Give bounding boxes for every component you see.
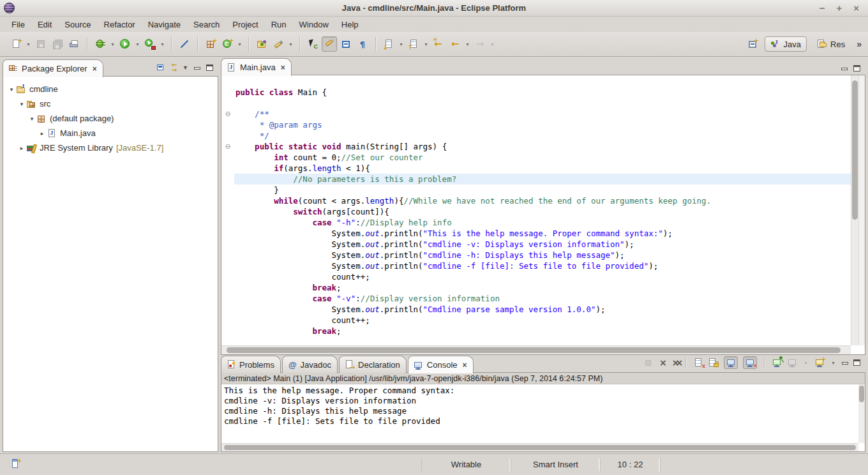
remove-all-terminated-button[interactable]: ×× (672, 358, 678, 367)
open-perspective-button[interactable]: + (745, 36, 760, 52)
tab-declaration[interactable]: → Declaration (339, 356, 407, 373)
back-dropdown[interactable]: ▾ (464, 41, 471, 47)
run-external-tools-button[interactable] (142, 36, 158, 52)
code-editor[interactable]: public class Main {⊖ /** * @param args *… (221, 75, 851, 345)
code-line[interactable] (221, 98, 851, 109)
menu-navigate[interactable]: Navigate (142, 19, 187, 31)
new-java-class-button[interactable]: C+ (220, 36, 235, 52)
mark-occurrences-button[interactable] (322, 36, 337, 52)
tree-item-main-java[interactable]: ▸ J Main.java (3, 126, 218, 140)
menu-project[interactable]: Project (226, 19, 264, 31)
code-line[interactable]: ⊖ public static void main(String[] args)… (221, 141, 851, 152)
run-button[interactable] (117, 36, 133, 52)
expander-icon[interactable]: ▸ (17, 145, 26, 151)
code-line[interactable]: System.out.println("This is the help mes… (221, 228, 851, 239)
resource-perspective-button[interactable]: Res (811, 36, 851, 52)
code-line[interactable]: count++; (221, 315, 851, 326)
code-line[interactable]: case "-v"://Display version information (221, 293, 851, 304)
code-line[interactable]: while(count < args.length){//While we ha… (221, 195, 851, 206)
code-line[interactable]: System.out.println("cmdline -v: Displays… (221, 239, 851, 250)
tab-package-explorer[interactable]: Package Explorer × (3, 59, 103, 77)
debug-dropdown[interactable]: ▾ (109, 41, 116, 47)
code-line-highlighted[interactable]: //No parameters is this a problem? (221, 174, 851, 185)
fast-view-button[interactable]: + (11, 459, 22, 469)
minimize-editor-button[interactable] (841, 68, 848, 70)
tree-item-jre-system-library[interactable]: ▸ JRE System Library [JavaSE-1.7] (3, 140, 218, 155)
menu-run[interactable]: Run (265, 19, 293, 31)
minimize-view-button[interactable] (194, 67, 200, 70)
code-line[interactable]: System.out.println("cmdline -h: Displays… (221, 250, 851, 260)
show-console-on-output-button[interactable] (724, 356, 738, 369)
java-perspective-button[interactable]: J Java (765, 36, 807, 52)
clear-console-button[interactable]: x (693, 358, 703, 368)
new-wizard-button[interactable]: + (8, 36, 24, 52)
show-source-of-selected-element-button[interactable] (338, 36, 354, 52)
tab-problems[interactable]: Problems (221, 356, 281, 373)
fold-marker-icon[interactable]: ⊖ (221, 109, 234, 119)
maximize-editor-button[interactable] (853, 65, 860, 72)
next-annotation-button[interactable]: ↓ (381, 36, 396, 52)
new-java-class-dropdown[interactable]: ▾ (236, 41, 243, 47)
console-horizontal-scrollbar[interactable] (221, 443, 858, 451)
console-horizontal-scrollbar-thumb[interactable] (224, 445, 856, 450)
expander-icon[interactable]: ▸ (38, 130, 47, 137)
tab-main-java[interactable]: J Main.java × (221, 58, 292, 76)
tree-item-src[interactable]: ▾ src (3, 96, 218, 111)
expander-icon[interactable]: ▾ (7, 86, 16, 93)
code-line[interactable]: if(args.length < 1){ (221, 163, 851, 174)
close-editor-tab-icon[interactable]: × (280, 63, 285, 72)
menu-source[interactable]: Source (58, 19, 97, 31)
maximize-console-button[interactable] (853, 359, 860, 366)
run-external-tools-dropdown[interactable]: ▾ (159, 41, 166, 47)
search-dropdown[interactable]: ▾ (287, 41, 294, 47)
code-line[interactable]: */ (221, 130, 851, 141)
expander-icon[interactable]: ▾ (17, 101, 26, 107)
new-wizard-dropdown[interactable]: ▾ (25, 41, 32, 47)
run-dropdown[interactable]: ▾ (134, 41, 141, 47)
editor-vertical-scrollbar[interactable] (851, 75, 858, 345)
minimize-console-button[interactable] (842, 362, 848, 365)
collapse-all-button[interactable] (156, 63, 166, 73)
maximize-view-button[interactable] (206, 64, 213, 71)
perspective-overflow-chevron[interactable]: » (855, 39, 862, 49)
open-type-button[interactable] (254, 36, 269, 52)
toggle-breadcrumb-button[interactable]: C (305, 36, 320, 52)
debug-button[interactable] (93, 36, 108, 52)
code-line[interactable]: } (221, 185, 851, 195)
code-line[interactable]: int count = 0;//Set our counter (221, 152, 851, 163)
expander-icon[interactable]: ▾ (27, 116, 36, 122)
link-with-editor-button[interactable]: ←→ (172, 63, 177, 73)
menu-file[interactable]: File (5, 19, 31, 31)
code-line[interactable]: break; (221, 326, 851, 336)
menu-refactor[interactable]: Refactor (98, 19, 142, 31)
skip-all-breakpoints-button[interactable] (177, 36, 192, 52)
view-menu-button[interactable]: ▼ (183, 64, 188, 71)
code-line[interactable]: count++; (221, 271, 851, 282)
back-button[interactable]: ← (447, 36, 463, 52)
code-line[interactable]: ⊖ /** (221, 109, 851, 119)
scroll-lock-button[interactable] (708, 358, 719, 368)
next-annotation-dropdown[interactable]: ▾ (398, 41, 405, 47)
menu-edit[interactable]: Edit (31, 19, 58, 31)
remove-launch-button[interactable]: × (659, 358, 667, 367)
fold-marker-icon[interactable]: ⊖ (221, 141, 234, 152)
code-line[interactable]: * @param args (221, 119, 851, 130)
new-java-project-button[interactable]: + (203, 36, 218, 52)
menu-help[interactable]: Help (335, 19, 365, 31)
tree-item-cmdline[interactable]: ▾ J cmdline (3, 82, 218, 96)
code-line[interactable]: case "-h"://Display help info (221, 217, 851, 228)
close-console-tab-icon[interactable]: × (461, 361, 467, 370)
tab-javadoc[interactable]: @ Javadoc (282, 356, 338, 373)
code-line[interactable]: public class Main { (221, 87, 851, 98)
menu-window[interactable]: Window (293, 19, 335, 31)
show-console-on-error-button[interactable]: × (743, 356, 757, 369)
editor-horizontal-scrollbar-thumb[interactable] (227, 347, 841, 353)
console-output[interactable]: This is the help message. Proper command… (221, 384, 858, 443)
code-line[interactable]: switch(args[count]){ (221, 206, 851, 217)
menu-search[interactable]: Search (187, 19, 226, 31)
console-vertical-scrollbar-thumb[interactable] (859, 386, 864, 402)
minimize-window-button[interactable]: − (819, 1, 825, 16)
maximize-window-button[interactable]: + (836, 1, 842, 16)
editor-horizontal-scrollbar[interactable] (221, 345, 851, 354)
console-vertical-scrollbar[interactable] (858, 384, 865, 443)
